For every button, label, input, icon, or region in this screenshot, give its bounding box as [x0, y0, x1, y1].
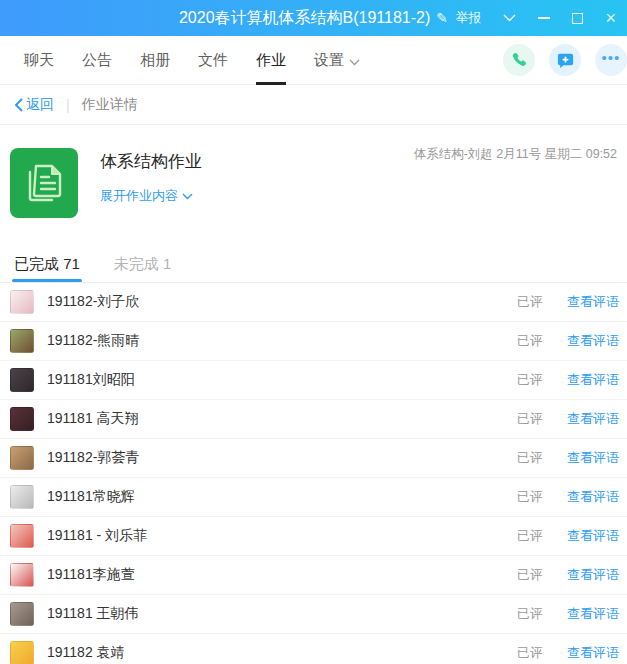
new-message-button[interactable]	[549, 44, 581, 76]
assignment-card: 体系结构作业 展开作业内容 体系结构-刘超 2月11号 星期二 09:52	[0, 125, 627, 246]
student-name: 191181刘昭阳	[47, 371, 135, 389]
tab-settings[interactable]: 设置	[300, 36, 374, 85]
window-controls: 举报 ×	[444, 0, 627, 36]
student-row[interactable]: 191182 袁靖 已评 查看评语	[0, 634, 627, 664]
assignment-meta: 体系结构-刘超 2月11号 星期二 09:52	[414, 146, 617, 163]
phone-icon	[510, 51, 528, 69]
view-comment-link[interactable]: 查看评语	[567, 605, 619, 623]
completion-tabs: 已完成 71 未完成 1	[0, 246, 627, 283]
student-row[interactable]: 191181刘昭阳 已评 查看评语	[0, 361, 627, 400]
tab-chat[interactable]: 聊天	[10, 36, 68, 85]
student-name: 191182-刘子欣	[47, 293, 139, 311]
student-name: 191181常晓辉	[47, 488, 135, 506]
chevron-down-icon	[182, 193, 193, 200]
student-name: 191182 袁靖	[47, 644, 125, 662]
view-comment-link[interactable]: 查看评语	[567, 410, 619, 428]
nav-right-actions: •••	[503, 44, 619, 76]
student-row[interactable]: 191181 王朝伟 已评 查看评语	[0, 595, 627, 634]
tab-incomplete[interactable]: 未完成 1	[114, 246, 172, 282]
group-name: 2020春计算机体系结构B(191181-2)	[179, 9, 430, 26]
view-comment-link[interactable]: 查看评语	[567, 566, 619, 584]
avatar	[10, 485, 34, 509]
student-row[interactable]: 191182-郭荟青 已评 查看评语	[0, 439, 627, 478]
status-graded: 已评	[517, 527, 543, 545]
more-button[interactable]: •••	[595, 44, 627, 76]
avatar	[10, 641, 34, 664]
chevron-down-icon	[349, 52, 360, 69]
status-graded: 已评	[517, 605, 543, 623]
avatar	[10, 563, 34, 587]
status-graded: 已评	[517, 410, 543, 428]
expand-label: 展开作业内容	[100, 187, 178, 205]
view-comment-link[interactable]: 查看评语	[567, 527, 619, 545]
window-titlebar: 2020春计算机体系结构B(191181-2)✎ 举报 ×	[0, 0, 627, 36]
phone-call-button[interactable]	[503, 44, 535, 76]
student-name: 191181 王朝伟	[47, 605, 139, 623]
close-button[interactable]: ×	[594, 0, 627, 36]
student-row[interactable]: 191181李施萱 已评 查看评语	[0, 556, 627, 595]
student-row[interactable]: 191182-熊雨晴 已评 查看评语	[0, 322, 627, 361]
back-button[interactable]: 返回	[14, 96, 54, 114]
avatar	[10, 407, 34, 431]
tab-completed[interactable]: 已完成 71	[14, 246, 80, 282]
student-name: 191181 - 刘乐菲	[47, 527, 147, 545]
status-graded: 已评	[517, 449, 543, 467]
maximize-button[interactable]	[561, 0, 594, 36]
student-row[interactable]: 191181 高天翔 已评 查看评语	[0, 400, 627, 439]
page-title: 作业详情	[82, 96, 138, 114]
chevron-down-icon[interactable]	[492, 0, 527, 36]
view-comment-link[interactable]: 查看评语	[567, 293, 619, 311]
main-nav: 聊天 公告 相册 文件 作业 设置 •••	[0, 36, 627, 85]
assignment-title: 体系结构作业	[100, 150, 202, 173]
student-name: 191181李施萱	[47, 566, 135, 584]
student-row[interactable]: 191182-刘子欣 已评 查看评语	[0, 283, 627, 322]
avatar	[10, 446, 34, 470]
more-icon: •••	[602, 50, 621, 71]
student-name: 191182-熊雨晴	[47, 332, 139, 350]
homework-document-icon	[10, 148, 78, 218]
student-row[interactable]: 191181常晓辉 已评 查看评语	[0, 478, 627, 517]
student-name: 191182-郭荟青	[47, 449, 139, 467]
tab-settings-label: 设置	[314, 51, 344, 70]
avatar	[10, 329, 34, 353]
avatar	[10, 524, 34, 548]
view-comment-link[interactable]: 查看评语	[567, 644, 619, 662]
tab-files[interactable]: 文件	[184, 36, 242, 85]
avatar	[10, 290, 34, 314]
student-name: 191181 高天翔	[47, 410, 139, 428]
status-graded: 已评	[517, 293, 543, 311]
view-comment-link[interactable]: 查看评语	[567, 488, 619, 506]
view-comment-link[interactable]: 查看评语	[567, 332, 619, 350]
minimize-button[interactable]	[527, 0, 561, 36]
chevron-left-icon	[14, 98, 23, 112]
breadcrumb: 返回 | 作业详情	[0, 85, 627, 125]
status-graded: 已评	[517, 332, 543, 350]
avatar	[10, 602, 34, 626]
status-graded: 已评	[517, 566, 543, 584]
back-label: 返回	[26, 96, 54, 114]
report-button[interactable]: 举报	[444, 0, 492, 36]
tab-album[interactable]: 相册	[126, 36, 184, 85]
status-graded: 已评	[517, 371, 543, 389]
tab-homework[interactable]: 作业	[242, 36, 300, 85]
avatar	[10, 368, 34, 392]
view-comment-link[interactable]: 查看评语	[567, 449, 619, 467]
breadcrumb-divider: |	[66, 97, 70, 113]
student-list: 191182-刘子欣 已评 查看评语 191182-熊雨晴 已评 查看评语 19…	[0, 283, 627, 664]
status-graded: 已评	[517, 488, 543, 506]
status-graded: 已评	[517, 644, 543, 662]
view-comment-link[interactable]: 查看评语	[567, 371, 619, 389]
message-plus-icon	[556, 51, 575, 70]
tab-announcement[interactable]: 公告	[68, 36, 126, 85]
student-row[interactable]: 191181 - 刘乐菲 已评 查看评语	[0, 517, 627, 556]
expand-assignment-link[interactable]: 展开作业内容	[100, 187, 202, 205]
